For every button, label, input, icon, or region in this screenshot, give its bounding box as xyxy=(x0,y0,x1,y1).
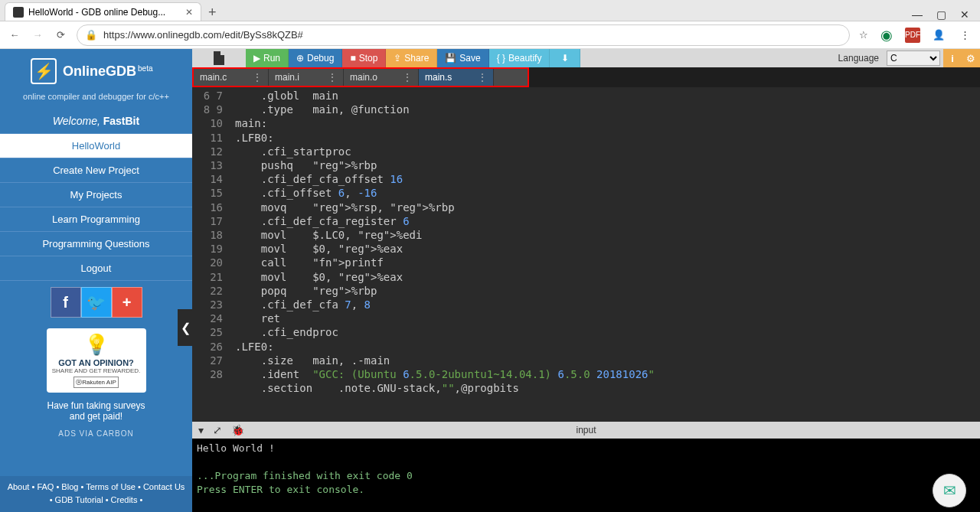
lock-icon: 🔒 xyxy=(85,29,97,41)
collapse-sidebar-button[interactable]: ❮ xyxy=(178,309,193,346)
footer-blog[interactable]: Blog xyxy=(61,482,78,491)
file-icon xyxy=(214,51,224,65)
address-bar: ← → ⟳ 🔒 https://www.onlinegdb.com/edit/B… xyxy=(0,21,980,49)
sidebar: ⚡ OnlineGDBbeta online compiler and debu… xyxy=(0,49,192,512)
sidebar-item-learn[interactable]: Learn Programming xyxy=(0,207,192,232)
language-select[interactable]: C xyxy=(887,51,940,66)
file-tab-main-c[interactable]: main.c⋮ xyxy=(194,69,269,86)
tab-menu-icon[interactable]: ⋮ xyxy=(403,72,412,83)
clear-console-icon[interactable]: 🐞 xyxy=(231,424,244,436)
star-icon[interactable]: ☆ xyxy=(859,29,868,41)
file-tab-main-s[interactable]: main.s⋮ xyxy=(419,69,494,86)
main-area: ▶Run ⊕Debug ■Stop ⇪Share 💾Save { }Beauti… xyxy=(192,49,980,512)
maximize-icon[interactable]: ▢ xyxy=(936,8,946,21)
save-icon: 💾 xyxy=(445,53,456,64)
code-editor[interactable]: 6 7 8 9 10 11 12 13 14 15 16 17 18 19 20… xyxy=(192,87,980,422)
footer-about[interactable]: About xyxy=(8,482,30,491)
favicon xyxy=(13,7,24,18)
file-tab-row: main.c⋮ main.i⋮ main.o⋮ main.s⋮ xyxy=(192,67,980,87)
debug-button[interactable]: ⊕Debug xyxy=(289,49,342,67)
facebook-button[interactable]: f xyxy=(51,287,81,318)
sidebar-item-projects[interactable]: My Projects xyxy=(0,183,192,207)
advertisement[interactable]: 💡 GOT AN OPINION? SHARE AND GET REWARDED… xyxy=(47,328,146,393)
sidebar-nav: HelloWorld Create New Project My Project… xyxy=(0,133,192,281)
share-button[interactable]: ⇪Share xyxy=(386,49,437,67)
run-button[interactable]: ▶Run xyxy=(246,49,289,67)
logo-icon: ⚡ xyxy=(31,58,57,84)
collapse-console-icon[interactable]: ▾ xyxy=(198,424,204,436)
forward-button[interactable]: → xyxy=(31,29,44,41)
tab-title: HelloWorld - GDB online Debug... xyxy=(28,7,165,18)
close-window-icon[interactable]: ✕ xyxy=(960,8,969,21)
reload-button[interactable]: ⟳ xyxy=(54,29,67,41)
browser-tab[interactable]: HelloWorld - GDB online Debug... ✕ xyxy=(5,2,201,21)
sidebar-item-questions[interactable]: Programming Questions xyxy=(0,232,192,256)
tab-menu-icon[interactable]: ⋮ xyxy=(478,72,487,83)
new-tab-button[interactable]: + xyxy=(201,4,223,21)
back-button[interactable]: ← xyxy=(8,29,21,41)
extension-icon-2[interactable]: PDF xyxy=(905,28,920,43)
url-input[interactable]: 🔒 https://www.onlinegdb.com/edit/BySs8kQ… xyxy=(77,24,850,46)
footer-gdb[interactable]: GDB Tutorial xyxy=(55,495,103,504)
stop-icon: ■ xyxy=(350,53,355,64)
file-tab-main-o[interactable]: main.o⋮ xyxy=(344,69,419,86)
addthis-button[interactable]: + xyxy=(112,287,142,318)
about-button[interactable]: i xyxy=(943,49,962,67)
welcome-text: Welcome, FastBit xyxy=(0,109,192,133)
input-label: input xyxy=(576,425,596,435)
logo[interactable]: ⚡ OnlineGDBbeta xyxy=(0,49,192,89)
file-tabs-highlighted: main.c⋮ main.i⋮ main.o⋮ main.s⋮ xyxy=(192,67,529,87)
profile-icon[interactable]: 👤 xyxy=(931,28,946,43)
settings-button[interactable]: ⚙ xyxy=(962,49,980,67)
footer-links: About • FAQ • Blog • Terms of Use • Cont… xyxy=(0,476,192,512)
toolbar: ▶Run ⊕Debug ■Stop ⇪Share 💾Save { }Beauti… xyxy=(192,49,980,67)
close-tab-icon[interactable]: ✕ xyxy=(185,7,193,18)
language-label: Language xyxy=(834,49,884,67)
sidebar-item-logout[interactable]: Logout xyxy=(0,256,192,281)
footer-contact[interactable]: Contact Us xyxy=(143,482,185,491)
line-gutter: 6 7 8 9 10 11 12 13 14 15 16 17 18 19 20… xyxy=(192,87,229,422)
menu-icon[interactable]: ⋮ xyxy=(957,28,972,43)
window-controls: — ▢ ✕ xyxy=(901,8,980,21)
download-button[interactable]: ⬇ xyxy=(550,49,580,67)
logo-text: OnlineGDB xyxy=(63,64,136,79)
chat-button[interactable]: ✉ xyxy=(933,474,966,507)
minimize-icon[interactable]: — xyxy=(912,8,923,21)
footer-credits[interactable]: Credits xyxy=(111,495,138,504)
expand-console-icon[interactable]: ⤢ xyxy=(213,424,222,436)
io-toolbar: ▾ ⤢ 🐞 input xyxy=(192,422,980,439)
braces-icon: { } xyxy=(497,53,505,64)
bulb-icon: 💡 xyxy=(51,333,142,357)
sidebar-current-file[interactable]: HelloWorld xyxy=(0,134,192,158)
console-output[interactable]: Hello World ! ...Program finished with e… xyxy=(192,439,980,512)
download-icon: ⬇ xyxy=(561,53,569,64)
survey-text: Have fun taking surveysand get paid! xyxy=(0,397,192,425)
tab-menu-icon[interactable]: ⋮ xyxy=(328,72,337,83)
footer-terms[interactable]: Terms of Use xyxy=(86,482,136,491)
browser-tab-bar: HelloWorld - GDB online Debug... ✕ + — ▢… xyxy=(0,0,980,21)
save-button[interactable]: 💾Save xyxy=(437,49,488,67)
stop-button[interactable]: ■Stop xyxy=(342,49,386,67)
crosshair-icon: ⊕ xyxy=(296,53,304,64)
beautify-button[interactable]: { }Beautify xyxy=(489,49,550,67)
url-text: https://www.onlinegdb.com/edit/BySs8kQZB… xyxy=(103,29,303,41)
code-content[interactable]: .globl main .type main, @function main: … xyxy=(229,87,980,422)
ads-via-label: ADS VIA CARBON xyxy=(0,425,192,442)
sidebar-item-create[interactable]: Create New Project xyxy=(0,158,192,183)
tagline: online compiler and debugger for c/c++ xyxy=(0,89,192,109)
file-tab-main-i[interactable]: main.i⋮ xyxy=(269,69,344,86)
play-icon: ▶ xyxy=(253,53,260,64)
twitter-button[interactable]: 🐦 xyxy=(81,287,112,318)
extension-icon-1[interactable]: ◉ xyxy=(879,28,894,43)
social-buttons: f 🐦 + xyxy=(0,287,192,318)
share-icon: ⇪ xyxy=(394,53,401,64)
new-file-button[interactable] xyxy=(192,49,246,67)
tab-menu-icon[interactable]: ⋮ xyxy=(253,72,262,83)
footer-faq[interactable]: FAQ xyxy=(37,482,54,491)
